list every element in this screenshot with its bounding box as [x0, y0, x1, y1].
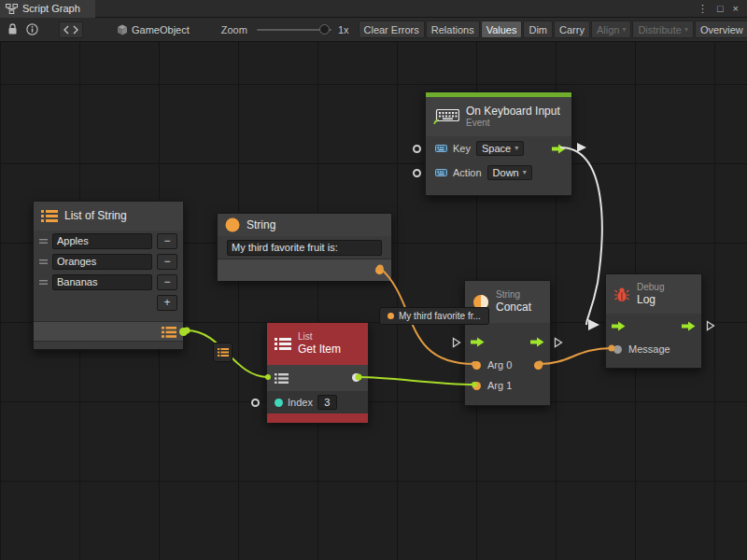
string-input[interactable]: My third favorite fruit is: [227, 240, 382, 256]
values-button[interactable]: Values [481, 21, 523, 38]
arg1-port[interactable] [472, 382, 481, 390]
string-output-row [218, 259, 391, 281]
align-button[interactable]: Align▾ [591, 21, 631, 38]
overview-label: Overview [700, 24, 743, 35]
list-icon [41, 210, 58, 222]
list-item-row: Oranges − [34, 251, 183, 272]
caret-down-icon: ▾ [523, 169, 527, 176]
info-icon[interactable] [26, 23, 38, 35]
list-output-icon[interactable] [162, 327, 176, 338]
relations-button[interactable]: Relations [426, 21, 480, 38]
titlebar: Script Graph ⋮ □ × [0, 0, 747, 18]
code-view-button[interactable] [59, 21, 83, 38]
list-item-input[interactable]: Bananas [52, 274, 152, 290]
node-string-literal[interactable]: String My third favorite fruit is: [217, 213, 392, 280]
drag-handle-icon[interactable] [39, 238, 48, 245]
item-output-port[interactable] [352, 373, 360, 382]
flow-out-indicator-icon [706, 320, 715, 331]
list-output-port[interactable] [179, 328, 188, 336]
dim-button[interactable]: Dim [523, 21, 553, 38]
flow-input-port[interactable] [612, 321, 626, 331]
tab-title: Script Graph [22, 3, 80, 14]
list-input-icon[interactable] [275, 373, 289, 384]
carry-button[interactable]: Carry [554, 21, 590, 38]
list-icon [218, 348, 229, 357]
bug-icon [613, 287, 630, 302]
add-item-row: + [34, 292, 183, 313]
index-port-ring[interactable] [251, 399, 260, 407]
action-dropdown[interactable]: Down ▾ [487, 165, 532, 180]
key-port-ring[interactable] [413, 145, 421, 153]
code-icon [63, 25, 78, 35]
arg1-label: Arg 1 [487, 380, 512, 391]
node-category: String [496, 289, 531, 301]
flow-input-port[interactable] [471, 337, 485, 347]
drag-handle-icon[interactable] [39, 259, 48, 265]
flow-output-port[interactable] [530, 337, 544, 347]
node-subtitle: Event [466, 118, 560, 129]
relations-label: Relations [431, 24, 474, 35]
close-button[interactable]: × [733, 4, 739, 14]
script-graph-icon [6, 4, 18, 14]
action-value: Down [493, 167, 519, 178]
string-value-badge: My third favorite fr... [379, 307, 489, 325]
message-label: Message [628, 343, 670, 355]
drag-handle-icon[interactable] [39, 279, 48, 286]
clear-errors-button[interactable]: Clear Errors [359, 21, 425, 38]
index-port[interactable] [275, 399, 283, 407]
caret-down-icon: ▾ [622, 26, 626, 34]
gameobject-icon [117, 24, 128, 35]
lock-icon[interactable] [7, 23, 18, 35]
carry-label: Carry [559, 24, 585, 35]
node-category: List [298, 331, 341, 343]
add-item-button[interactable]: + [157, 295, 177, 311]
remove-item-button[interactable]: − [157, 254, 177, 270]
tab-script-graph[interactable]: Script Graph [0, 0, 95, 18]
list-item-row: Bananas − [34, 272, 183, 292]
node-concat[interactable]: String Concat Arg 0 Arg 1 [464, 280, 551, 406]
flow-output-port[interactable] [682, 321, 696, 331]
index-row: Index 3 [267, 391, 368, 413]
node-get-item[interactable]: List Get Item Index 3 [266, 322, 369, 422]
arg0-label: Arg 0 [487, 359, 512, 371]
result-output-port[interactable] [534, 361, 543, 370]
index-input[interactable]: 3 [317, 395, 337, 410]
list-item-row: Apples − [34, 231, 183, 251]
key-row: Key Space ▾ [426, 136, 571, 161]
message-port[interactable] [613, 345, 622, 354]
clear-errors-label: Clear Errors [364, 24, 419, 35]
value-dot-icon [388, 313, 394, 319]
key-dropdown[interactable]: Space ▾ [476, 141, 524, 156]
action-port-ring[interactable] [413, 169, 421, 177]
list-value-badge [213, 343, 233, 362]
zoom-slider-handle[interactable] [319, 24, 330, 35]
zoom-value: 1x [338, 24, 349, 35]
graph-canvas[interactable]: On Keyboard Input Event Key Space ▾ Acti… [0, 42, 747, 560]
node-on-keyboard-input[interactable]: On Keyboard Input Event Key Space ▾ Acti… [425, 91, 572, 196]
gameobject-selector[interactable]: GameObject [117, 24, 190, 35]
list-item-input[interactable]: Oranges [52, 254, 152, 270]
action-row: Action Down ▾ [426, 161, 571, 185]
maximize-button[interactable]: □ [717, 4, 724, 14]
caret-down-icon: ▾ [514, 145, 518, 152]
node-list-of-string[interactable]: List of String Apples − Oranges − Banana… [33, 201, 184, 350]
distribute-button[interactable]: Distribute▾ [632, 21, 693, 38]
window-menu-button[interactable]: ⋮ [698, 4, 708, 14]
flow-output-port[interactable] [552, 144, 566, 154]
overview-button[interactable]: Overview [695, 21, 747, 38]
node-title: Get Item [298, 343, 341, 356]
remove-item-button[interactable]: − [157, 274, 177, 290]
node-log[interactable]: Debug Log Message [605, 273, 702, 369]
align-label: Align [597, 24, 619, 35]
list-item-input[interactable]: Apples [52, 233, 152, 249]
flow-wire-arrowhead-icon [588, 319, 599, 330]
remove-item-button[interactable]: − [157, 233, 177, 249]
zoom-label: Zoom [221, 24, 247, 35]
string-output-port[interactable] [375, 266, 384, 274]
list-input-row [267, 365, 368, 391]
zoom-slider[interactable] [257, 23, 331, 36]
window-controls: ⋮ □ × [698, 4, 747, 14]
arg0-port[interactable] [472, 361, 481, 370]
node-footer-bar [267, 413, 368, 423]
keyboard-icon [433, 109, 459, 125]
